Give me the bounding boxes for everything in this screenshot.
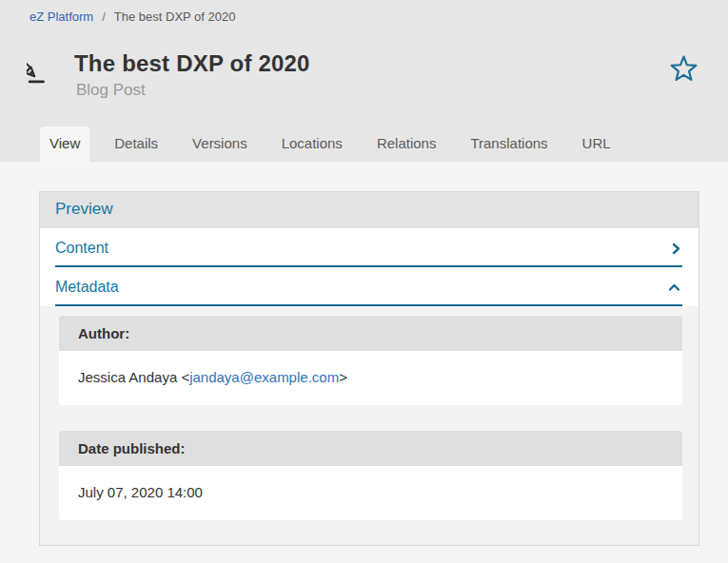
star-outline-icon	[669, 71, 698, 86]
tab-url[interactable]: URL	[573, 126, 620, 162]
page-subtitle: Blog Post	[74, 80, 310, 101]
date-published-field-value: July 07, 2020 14:00	[59, 466, 682, 520]
accordion-row-metadata[interactable]: Metadata	[40, 267, 698, 306]
accordion-metadata-label: Metadata	[55, 279, 119, 296]
metadata-expanded-body: Author: Jessica Andaya <jandaya@example.…	[40, 306, 698, 545]
pen-edit-icon	[27, 49, 63, 88]
accordion-row-content[interactable]: Content	[40, 228, 698, 267]
accordion-content-label: Content	[55, 240, 108, 257]
tab-details[interactable]: Details	[105, 126, 167, 162]
tab-bar: View Details Versions Locations Relation…	[0, 126, 728, 162]
chevron-up-icon	[668, 283, 682, 292]
tab-relations[interactable]: Relations	[367, 126, 446, 162]
bookmark-button[interactable]	[669, 53, 698, 86]
title-row: The best DXP of 2020 Blog Post	[0, 49, 728, 101]
page-title: The best DXP of 2020	[74, 49, 310, 78]
page-header: eZ Platform/The best DXP of 2020 The bes…	[0, 0, 728, 162]
field-group-author: Author: Jessica Andaya <jandaya@example.…	[59, 316, 682, 405]
date-published-field-label: Date published:	[59, 431, 682, 466]
breadcrumb-current: The best DXP of 2020	[114, 10, 236, 24]
title-block: The best DXP of 2020 Blog Post	[74, 49, 310, 101]
author-name-text: Jessica Andaya <	[78, 369, 189, 385]
tab-view[interactable]: View	[40, 126, 89, 162]
preview-panel: Preview Content Metadata	[39, 191, 699, 546]
tab-content-view: Preview Content Metadata	[0, 162, 728, 546]
tab-translations[interactable]: Translations	[461, 126, 557, 162]
chevron-right-icon	[672, 243, 682, 255]
author-email-link[interactable]: jandaya@example.com	[189, 369, 339, 385]
tab-locations[interactable]: Locations	[272, 126, 352, 162]
breadcrumb-separator: /	[102, 10, 106, 24]
field-group-date-published: Date published: July 07, 2020 14:00	[59, 431, 682, 520]
breadcrumb: eZ Platform/The best DXP of 2020	[0, 0, 728, 29]
author-field-value: Jessica Andaya <jandaya@example.com>	[59, 351, 682, 405]
breadcrumb-link-home[interactable]: eZ Platform	[30, 10, 93, 24]
preview-section-header: Preview	[40, 192, 698, 228]
tab-versions[interactable]: Versions	[183, 126, 257, 162]
author-suffix-text: >	[339, 369, 347, 385]
author-field-label: Author:	[59, 316, 682, 351]
